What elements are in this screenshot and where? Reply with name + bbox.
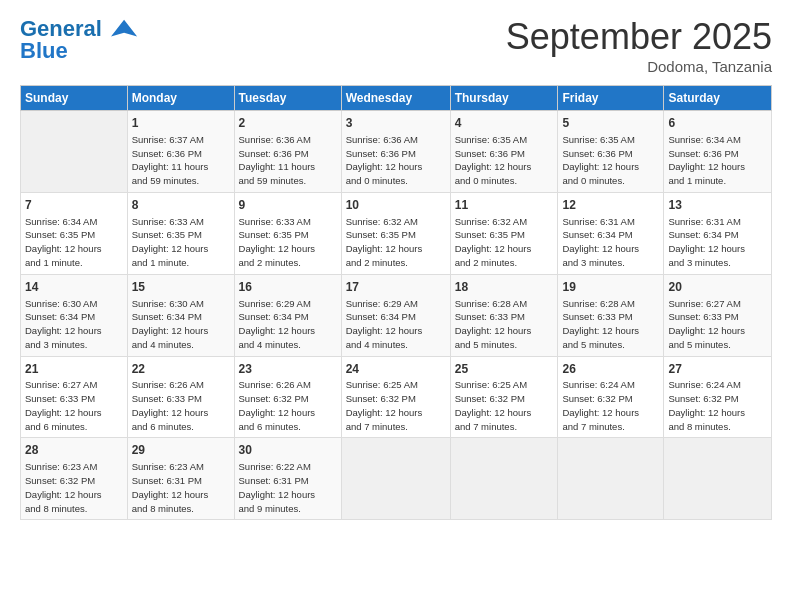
- calendar-cell: 15Sunrise: 6:30 AM Sunset: 6:34 PM Dayli…: [127, 274, 234, 356]
- day-number: 3: [346, 115, 446, 132]
- calendar-cell: 4Sunrise: 6:35 AM Sunset: 6:36 PM Daylig…: [450, 111, 558, 193]
- calendar-week-1: 1Sunrise: 6:37 AM Sunset: 6:36 PM Daylig…: [21, 111, 772, 193]
- day-info: Sunrise: 6:28 AM Sunset: 6:33 PM Dayligh…: [562, 297, 659, 352]
- day-info: Sunrise: 6:35 AM Sunset: 6:36 PM Dayligh…: [455, 133, 554, 188]
- calendar-cell: 3Sunrise: 6:36 AM Sunset: 6:36 PM Daylig…: [341, 111, 450, 193]
- calendar-cell: [558, 438, 664, 520]
- day-number: 27: [668, 361, 767, 378]
- day-number: 24: [346, 361, 446, 378]
- day-number: 26: [562, 361, 659, 378]
- calendar-cell: [21, 111, 128, 193]
- day-number: 12: [562, 197, 659, 214]
- calendar-table: SundayMondayTuesdayWednesdayThursdayFrid…: [20, 85, 772, 520]
- title-block: September 2025 Dodoma, Tanzania: [506, 16, 772, 75]
- day-number: 20: [668, 279, 767, 296]
- day-info: Sunrise: 6:30 AM Sunset: 6:34 PM Dayligh…: [25, 297, 123, 352]
- logo: General Blue: [20, 16, 139, 64]
- day-number: 30: [239, 442, 337, 459]
- day-info: Sunrise: 6:36 AM Sunset: 6:36 PM Dayligh…: [346, 133, 446, 188]
- day-number: 11: [455, 197, 554, 214]
- calendar-cell: 16Sunrise: 6:29 AM Sunset: 6:34 PM Dayli…: [234, 274, 341, 356]
- calendar-cell: 23Sunrise: 6:26 AM Sunset: 6:32 PM Dayli…: [234, 356, 341, 438]
- calendar-week-2: 7Sunrise: 6:34 AM Sunset: 6:35 PM Daylig…: [21, 192, 772, 274]
- day-info: Sunrise: 6:23 AM Sunset: 6:31 PM Dayligh…: [132, 460, 230, 515]
- day-info: Sunrise: 6:28 AM Sunset: 6:33 PM Dayligh…: [455, 297, 554, 352]
- day-info: Sunrise: 6:34 AM Sunset: 6:35 PM Dayligh…: [25, 215, 123, 270]
- day-info: Sunrise: 6:31 AM Sunset: 6:34 PM Dayligh…: [668, 215, 767, 270]
- day-info: Sunrise: 6:31 AM Sunset: 6:34 PM Dayligh…: [562, 215, 659, 270]
- calendar-cell: 18Sunrise: 6:28 AM Sunset: 6:33 PM Dayli…: [450, 274, 558, 356]
- month-title: September 2025: [506, 16, 772, 58]
- day-number: 1: [132, 115, 230, 132]
- calendar-cell: 8Sunrise: 6:33 AM Sunset: 6:35 PM Daylig…: [127, 192, 234, 274]
- day-info: Sunrise: 6:33 AM Sunset: 6:35 PM Dayligh…: [239, 215, 337, 270]
- day-info: Sunrise: 6:24 AM Sunset: 6:32 PM Dayligh…: [562, 378, 659, 433]
- day-number: 8: [132, 197, 230, 214]
- day-info: Sunrise: 6:25 AM Sunset: 6:32 PM Dayligh…: [455, 378, 554, 433]
- day-info: Sunrise: 6:32 AM Sunset: 6:35 PM Dayligh…: [346, 215, 446, 270]
- calendar-header-row: SundayMondayTuesdayWednesdayThursdayFrid…: [21, 86, 772, 111]
- day-info: Sunrise: 6:22 AM Sunset: 6:31 PM Dayligh…: [239, 460, 337, 515]
- day-info: Sunrise: 6:32 AM Sunset: 6:35 PM Dayligh…: [455, 215, 554, 270]
- calendar-cell: 24Sunrise: 6:25 AM Sunset: 6:32 PM Dayli…: [341, 356, 450, 438]
- day-info: Sunrise: 6:35 AM Sunset: 6:36 PM Dayligh…: [562, 133, 659, 188]
- day-info: Sunrise: 6:33 AM Sunset: 6:35 PM Dayligh…: [132, 215, 230, 270]
- calendar-cell: 19Sunrise: 6:28 AM Sunset: 6:33 PM Dayli…: [558, 274, 664, 356]
- day-number: 4: [455, 115, 554, 132]
- day-number: 17: [346, 279, 446, 296]
- calendar-cell: 1Sunrise: 6:37 AM Sunset: 6:36 PM Daylig…: [127, 111, 234, 193]
- calendar-cell: [664, 438, 772, 520]
- col-header-saturday: Saturday: [664, 86, 772, 111]
- col-header-monday: Monday: [127, 86, 234, 111]
- day-number: 2: [239, 115, 337, 132]
- col-header-sunday: Sunday: [21, 86, 128, 111]
- day-info: Sunrise: 6:25 AM Sunset: 6:32 PM Dayligh…: [346, 378, 446, 433]
- day-info: Sunrise: 6:37 AM Sunset: 6:36 PM Dayligh…: [132, 133, 230, 188]
- calendar-cell: 30Sunrise: 6:22 AM Sunset: 6:31 PM Dayli…: [234, 438, 341, 520]
- header: General Blue September 2025 Dodoma, Tanz…: [20, 16, 772, 75]
- day-number: 23: [239, 361, 337, 378]
- day-number: 10: [346, 197, 446, 214]
- day-number: 28: [25, 442, 123, 459]
- calendar-cell: 26Sunrise: 6:24 AM Sunset: 6:32 PM Dayli…: [558, 356, 664, 438]
- day-number: 7: [25, 197, 123, 214]
- calendar-cell: 25Sunrise: 6:25 AM Sunset: 6:32 PM Dayli…: [450, 356, 558, 438]
- calendar-cell: 9Sunrise: 6:33 AM Sunset: 6:35 PM Daylig…: [234, 192, 341, 274]
- calendar-cell: 21Sunrise: 6:27 AM Sunset: 6:33 PM Dayli…: [21, 356, 128, 438]
- calendar-cell: [450, 438, 558, 520]
- calendar-cell: 11Sunrise: 6:32 AM Sunset: 6:35 PM Dayli…: [450, 192, 558, 274]
- calendar-cell: 12Sunrise: 6:31 AM Sunset: 6:34 PM Dayli…: [558, 192, 664, 274]
- day-number: 13: [668, 197, 767, 214]
- calendar-cell: 14Sunrise: 6:30 AM Sunset: 6:34 PM Dayli…: [21, 274, 128, 356]
- calendar-cell: 28Sunrise: 6:23 AM Sunset: 6:32 PM Dayli…: [21, 438, 128, 520]
- calendar-cell: 20Sunrise: 6:27 AM Sunset: 6:33 PM Dayli…: [664, 274, 772, 356]
- calendar-cell: 10Sunrise: 6:32 AM Sunset: 6:35 PM Dayli…: [341, 192, 450, 274]
- day-number: 9: [239, 197, 337, 214]
- calendar-cell: 5Sunrise: 6:35 AM Sunset: 6:36 PM Daylig…: [558, 111, 664, 193]
- day-info: Sunrise: 6:29 AM Sunset: 6:34 PM Dayligh…: [346, 297, 446, 352]
- calendar-week-5: 28Sunrise: 6:23 AM Sunset: 6:32 PM Dayli…: [21, 438, 772, 520]
- day-number: 19: [562, 279, 659, 296]
- svg-marker-0: [111, 20, 137, 37]
- day-info: Sunrise: 6:23 AM Sunset: 6:32 PM Dayligh…: [25, 460, 123, 515]
- day-info: Sunrise: 6:26 AM Sunset: 6:32 PM Dayligh…: [239, 378, 337, 433]
- calendar-cell: 13Sunrise: 6:31 AM Sunset: 6:34 PM Dayli…: [664, 192, 772, 274]
- day-info: Sunrise: 6:27 AM Sunset: 6:33 PM Dayligh…: [25, 378, 123, 433]
- calendar-cell: [341, 438, 450, 520]
- day-number: 21: [25, 361, 123, 378]
- day-info: Sunrise: 6:36 AM Sunset: 6:36 PM Dayligh…: [239, 133, 337, 188]
- day-number: 6: [668, 115, 767, 132]
- calendar-cell: 27Sunrise: 6:24 AM Sunset: 6:32 PM Dayli…: [664, 356, 772, 438]
- day-info: Sunrise: 6:27 AM Sunset: 6:33 PM Dayligh…: [668, 297, 767, 352]
- col-header-friday: Friday: [558, 86, 664, 111]
- col-header-tuesday: Tuesday: [234, 86, 341, 111]
- location-subtitle: Dodoma, Tanzania: [506, 58, 772, 75]
- calendar-cell: 2Sunrise: 6:36 AM Sunset: 6:36 PM Daylig…: [234, 111, 341, 193]
- calendar-cell: 7Sunrise: 6:34 AM Sunset: 6:35 PM Daylig…: [21, 192, 128, 274]
- day-info: Sunrise: 6:26 AM Sunset: 6:33 PM Dayligh…: [132, 378, 230, 433]
- calendar-cell: 17Sunrise: 6:29 AM Sunset: 6:34 PM Dayli…: [341, 274, 450, 356]
- calendar-week-3: 14Sunrise: 6:30 AM Sunset: 6:34 PM Dayli…: [21, 274, 772, 356]
- day-info: Sunrise: 6:34 AM Sunset: 6:36 PM Dayligh…: [668, 133, 767, 188]
- col-header-thursday: Thursday: [450, 86, 558, 111]
- day-number: 5: [562, 115, 659, 132]
